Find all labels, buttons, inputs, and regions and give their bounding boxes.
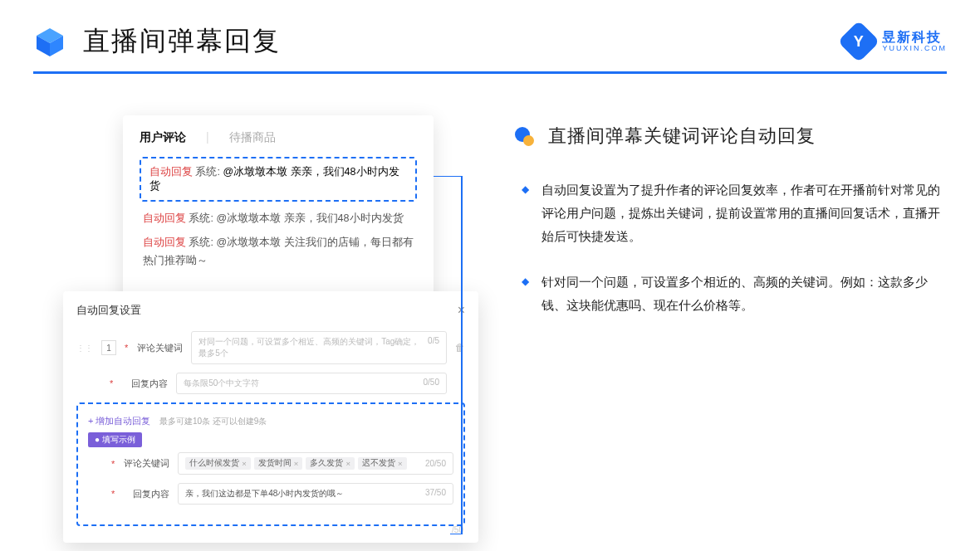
brand-name: 昱新科技 [882,30,947,45]
keyword-input[interactable]: 对同一个问题，可设置多个相近、高频的关键词，Tag确定，最多5个 0/5 [191,331,447,364]
header-left: 直播间弹幕回复 [33,23,281,60]
content-input[interactable]: 每条限50个中文字符 0/50 [176,373,447,394]
right-column: 直播间弹幕关键词评论自动回复 自动回复设置为了提升作者的评论回复效率，作者可在开… [515,115,947,340]
tag-chip[interactable]: 发货时间× [254,457,303,470]
tabs: 用户评论 | 待播商品 [140,130,417,145]
section-head: 直播间弹幕关键词评论自动回复 [515,124,947,149]
brand-text: 昱新科技 YUUXIN.COM [882,30,947,52]
trash-icon[interactable]: 🗑 [455,342,465,354]
reply-row: 自动回复 系统: @冰墩墩本墩 关注我们的店铺，每日都有热门推荐呦～ [143,234,417,270]
add-hint: 最多可建10条 还可以创建9条 [159,417,267,426]
content-row: * 回复内容 每条限50个中文字符 0/50 [76,373,465,394]
content-label: 回复内容 [121,378,168,390]
bullet-item: 自动回复设置为了提升作者的评论回复效率，作者可在开播前针对常见的评论用户问题，提… [538,178,947,247]
main: 用户评论 | 待播商品 自动回复 系统: @冰墩墩本墩 亲亲，我们48小时内发货… [0,74,980,340]
highlighted-reply: 自动回复 系统: @冰墩墩本墩 亲亲，我们48小时内发货 [140,157,417,202]
page-title: 直播间弹幕回复 [83,23,281,60]
reply-row: 自动回复 系统: @冰墩墩本墩 亲亲，我们48小时内发货 [143,210,417,227]
bottom-count: /50 [452,525,463,534]
row-number: 1 [101,340,116,355]
tab-comments[interactable]: 用户评论 [140,130,186,145]
brand-url: YUUXIN.COM [882,45,947,53]
settings-card: 自动回复设置 × ⋮⋮ 1 * 评论关键词 对同一个问题，可设置多个相近、高频的… [63,291,478,543]
auto-reply-tag: 自动回复 [149,166,193,178]
example-pill: ● 填写示例 [88,432,142,447]
close-icon[interactable]: × [458,303,465,318]
keyword-label: 评论关键词 [136,342,183,354]
system-label: 系统: [195,166,219,178]
example-content-row: * 回复内容 亲，我们这边都是下单48小时内发货的哦～ 37/50 [88,483,453,505]
header: 直播间弹幕回复 Y 昱新科技 YUUXIN.COM [0,0,980,71]
bubble-icon [515,125,537,147]
add-reply-link[interactable]: + 增加自动回复 [88,416,150,426]
example-keyword-row: * 评论关键词 什么时候发货× 发货时间× 多久发货× 迟不发货× 20/50 [88,452,453,475]
bullet-list: 自动回复设置为了提升作者的评论回复效率，作者可在开播前针对常见的评论用户问题，提… [515,178,947,317]
comments-card: 用户评论 | 待播商品 自动回复 系统: @冰墩墩本墩 亲亲，我们48小时内发货… [123,115,434,310]
settings-title: 自动回复设置 [76,303,141,318]
brand: Y 昱新科技 YUUXIN.COM [844,27,947,56]
tag-chip[interactable]: 什么时候发货× [185,457,251,470]
bullet-item: 针对同一个问题，可设置多个相近的、高频的关键词。例如：这款多少钱、这块能优惠吗、… [538,271,947,317]
drag-icon[interactable]: ⋮⋮ [76,344,93,353]
tab-products[interactable]: 待播商品 [229,130,276,145]
example-keyword-input[interactable]: 什么时候发货× 发货时间× 多久发货× 迟不发货× 20/50 [178,452,453,475]
keyword-row: ⋮⋮ 1 * 评论关键词 对同一个问题，可设置多个相近、高频的关键词，Tag确定… [76,331,465,364]
left-column: 用户评论 | 待播商品 自动回复 系统: @冰墩墩本墩 亲亲，我们48小时内发货… [33,115,465,340]
tag-chip[interactable]: 迟不发货× [358,457,407,470]
section-title: 直播间弹幕关键词评论自动回复 [548,124,816,149]
logo-cube-icon [33,25,66,58]
required-mark: * [125,343,128,353]
brand-icon: Y [838,21,880,63]
tag-chip[interactable]: 多久发货× [306,457,355,470]
example-box: + 增加自动回复 最多可建10条 还可以创建9条 ● 填写示例 * 评论关键词 … [76,402,465,526]
example-content-input[interactable]: 亲，我们这边都是下单48小时内发货的哦～ 37/50 [178,483,453,505]
settings-header: 自动回复设置 × [76,303,465,318]
